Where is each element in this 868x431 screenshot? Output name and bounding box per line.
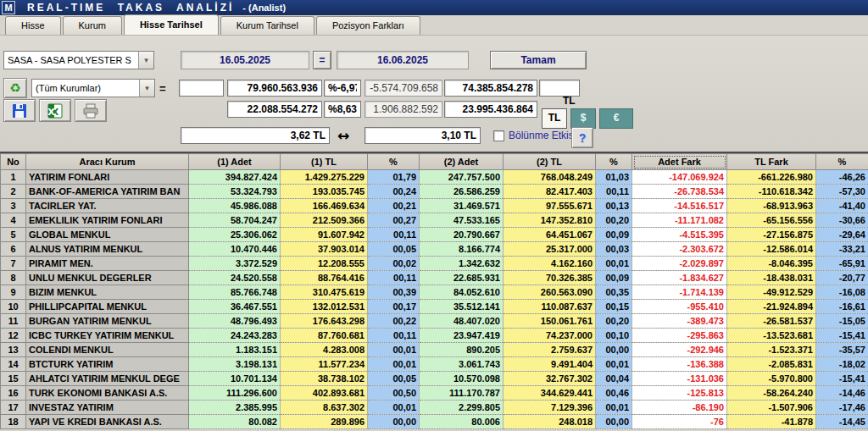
table-row[interactable]: 13COLENDI MENKUL1.183.1514.283.00800,018…: [1, 343, 868, 357]
ok-button[interactable]: Tamam: [490, 51, 587, 69]
cell-tl-1: 91.607.942: [281, 228, 368, 242]
col-header-adet-fark[interactable]: Adet Fark: [632, 154, 727, 170]
cell-broker-name: UNLU MENKUL DEGERLER: [26, 271, 189, 285]
table-row[interactable]: 4EMEKLILIK YATIRIM FONLARI58.704.247212.…: [1, 213, 868, 228]
total1-pct-field[interactable]: [324, 80, 361, 97]
currency-button-tl[interactable]: TL: [542, 108, 567, 129]
cell-tl-1: 1.429.275.229: [281, 170, 368, 185]
cell-adet-1: 10.470.446: [189, 242, 281, 257]
table-row[interactable]: 6ALNUS YATIRIM MENKUL10.470.44637.903.01…: [1, 242, 868, 257]
table-row[interactable]: 8UNLU MENKUL DEGERLER24.520.55888.764.41…: [1, 271, 868, 285]
cell-adet-2: 80.006: [420, 415, 504, 429]
table-row[interactable]: 15AHLATCI YATIRIM MENKUL DEGE10.701.1343…: [1, 372, 868, 386]
cell-tl-1: 166.469.634: [281, 199, 368, 213]
col-header-adet-2[interactable]: (2) Adet: [420, 154, 504, 170]
filter-input[interactable]: [179, 80, 224, 97]
tab-hisse[interactable]: Hisse: [5, 16, 61, 35]
cell-pct-1: 00,00: [368, 415, 420, 429]
table-row[interactable]: 9BIZIM MENKUL85.766.748310.475.61900,398…: [1, 285, 868, 300]
chevron-down-icon[interactable]: ▾: [139, 80, 154, 97]
cell-tl-1: 12.208.555: [281, 257, 368, 271]
cell-pct-1: 00,24: [368, 185, 420, 199]
table-row[interactable]: 7PIRAMIT MEN.3.372.52912.208.55500,021.3…: [1, 257, 868, 271]
cell-tl-fark: -49.912.529: [727, 285, 816, 300]
total1-tl-field[interactable]: [227, 101, 322, 118]
col-header-tl-2[interactable]: (2) TL: [504, 154, 596, 170]
total1-fark-field[interactable]: [364, 80, 442, 97]
cell-tl-1: 8.637.302: [281, 401, 368, 415]
col-header-pct-1[interactable]: %: [368, 154, 420, 170]
cell-pct-1: 00,21: [368, 199, 420, 213]
cell-broker-name: BURGAN YATIRIM MENKUL: [26, 314, 189, 329]
col-header-tl-fark[interactable]: TL Fark: [727, 154, 816, 170]
table-row[interactable]: 3TACIRLER YAT.45.986.088166.469.63400,21…: [1, 199, 868, 213]
table-row[interactable]: 11BURGAN YATIRIM MENKUL48.796.493176.643…: [1, 314, 868, 329]
table-row[interactable]: 5GLOBAL MENKUL25.306.06291.607.94200,112…: [1, 228, 868, 242]
cell-pct-2: 01,03: [596, 170, 632, 185]
cell-tl-2: 32.767.302: [504, 372, 596, 386]
cell-pct-1: 00,02: [368, 257, 420, 271]
title-bar: M REAL-TIME TAKAS ANALİZİ - (Analist): [0, 0, 868, 15]
print-button[interactable]: [75, 99, 107, 122]
total2-fark-field[interactable]: [364, 101, 442, 118]
col-header-tl-1[interactable]: (1) TL: [281, 154, 368, 170]
table-row[interactable]: 10PHILLIPCAPITAL MENKUL36.467.551132.012…: [1, 300, 868, 314]
table-row[interactable]: 17INVESTAZ YATIRIM2.385.9958.637.30200,0…: [1, 401, 868, 415]
cell-broker-name: TACIRLER YAT.: [26, 199, 189, 213]
chevron-down-icon[interactable]: ▾: [138, 52, 153, 69]
col-header-row-no[interactable]: No: [1, 154, 26, 170]
cell-row-no: 1: [1, 170, 26, 185]
cell-tl-2: 248.018: [504, 415, 596, 429]
currency-button-usd[interactable]: $: [570, 108, 596, 129]
total1-adet-field[interactable]: [227, 80, 322, 97]
cell-tl-2: 97.555.671: [504, 199, 596, 213]
split-effect-checkbox[interactable]: [493, 130, 504, 141]
tab-pozisyon-farkları[interactable]: Pozisyon Farkları: [316, 16, 420, 35]
cell-tl-fark: -1.507.906: [727, 401, 816, 415]
total2-tl-field[interactable]: [444, 101, 537, 118]
cell-adet-1: 3.372.529: [189, 257, 281, 271]
cell-broker-name: TURK EKONOMI BANKASI A.S.: [26, 386, 189, 401]
tab-kurum[interactable]: Kurum: [63, 16, 122, 35]
excel-export-button[interactable]: X X: [39, 99, 71, 122]
split-effect-label: Bölünme Etkisi: [509, 130, 576, 141]
date-from-field[interactable]: 16.05.2025: [181, 51, 309, 69]
refresh-button[interactable]: ♻: [3, 78, 27, 98]
cell-pct-1: 00,17: [368, 300, 420, 314]
table-row[interactable]: 16TURK EKONOMI BANKASI A.S.111.296.60040…: [1, 386, 868, 401]
save-button[interactable]: [3, 99, 36, 122]
cell-tl-2: 2.759.637: [504, 343, 596, 357]
cell-broker-name: COLENDI MENKUL: [26, 343, 189, 357]
total2-pct-field[interactable]: [324, 101, 361, 118]
cell-adet-1: 10.701.134: [189, 372, 281, 386]
cell-pct-2: 00,01: [596, 357, 632, 372]
price-to-input[interactable]: [364, 127, 481, 144]
broker-select[interactable]: (Tüm Kurumlar) ▾: [31, 79, 155, 97]
help-button[interactable]: ?: [571, 127, 593, 148]
symbol-select[interactable]: SASA - SASA POLYESTER S ▾: [3, 51, 154, 69]
col-header-broker-name[interactable]: Aracı Kurum: [26, 154, 189, 170]
price-from-input[interactable]: [181, 127, 330, 144]
table-row[interactable]: 1YATIRIM FONLARI394.827.4241.429.275.229…: [1, 170, 868, 185]
total2-adet-field[interactable]: [444, 80, 537, 97]
currency-button-eur[interactable]: €: [599, 108, 633, 129]
date-to-field[interactable]: 16.06.2025: [337, 51, 469, 69]
date-equals-button[interactable]: =: [313, 51, 331, 69]
cell-pct-fark: -30,66: [816, 213, 868, 228]
extra-field[interactable]: [539, 80, 580, 97]
col-header-pct-fark[interactable]: %: [816, 154, 868, 170]
table-row[interactable]: 14BTCTURK YATIRIM3.198.13111.577.23400,0…: [1, 357, 868, 372]
cell-pct-fark: -41,40: [816, 199, 868, 213]
table-row[interactable]: 18YAPI VE KREDI BANKASI A.S.80.082289.89…: [1, 415, 868, 429]
cell-adet-fark: -1.834.627: [632, 271, 727, 285]
tab-hisse-tarihsel[interactable]: Hisse Tarihsel: [124, 14, 219, 35]
table-header-row: NoAracı Kurum(1) Adet(1) TL%(2) Adet(2) …: [1, 154, 868, 170]
cell-pct-fark: -15,41: [816, 372, 868, 386]
col-header-pct-2[interactable]: %: [596, 154, 632, 170]
tab-kurum-tarihsel[interactable]: Kurum Tarihsel: [220, 16, 314, 35]
col-header-adet-1[interactable]: (1) Adet: [189, 154, 281, 170]
cell-adet-2: 26.586.259: [420, 185, 504, 199]
table-row[interactable]: 12ICBC TURKEY YATIRIM MENKUL24.243.28387…: [1, 329, 868, 343]
cell-pct-1: 00,01: [368, 357, 420, 372]
table-row[interactable]: 2BANK-OF-AMERICA YATIRIM BAN53.324.79319…: [1, 185, 868, 199]
